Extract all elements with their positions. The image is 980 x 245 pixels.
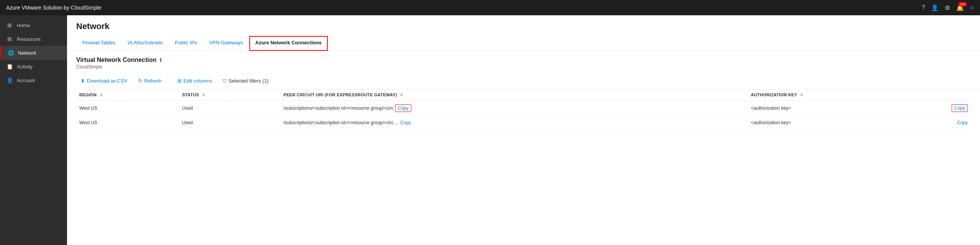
account-sidebar-icon: 👤 <box>6 77 13 83</box>
account-icon[interactable]: 👤 <box>931 4 939 11</box>
notification-badge: 152 <box>958 2 967 6</box>
filters-button[interactable]: ▽ Selected filters (1) <box>218 76 273 86</box>
refresh-button[interactable]: ↻ Refresh <box>134 76 167 86</box>
tab-firewall[interactable]: Firewall Tables <box>76 36 121 50</box>
uri-cell: /subscriptions/<subscription id>/<resour… <box>280 101 748 116</box>
toolbar: ⬇ Download as CSV ↻ Refresh ⊞ Edit colum… <box>67 73 980 89</box>
sidebar-item-resources[interactable]: ⊞ Resources <box>0 32 67 46</box>
edit-columns-button[interactable]: ⊞ Edit columns <box>173 76 216 86</box>
topbar: Azure VMware Solution by CloudSimple ? 👤… <box>0 0 980 15</box>
copy-auth-button-1[interactable]: Copy <box>952 104 968 112</box>
region-cell: West US <box>76 101 179 116</box>
uri-text: /subscriptions/<subscription id>/<resour… <box>283 120 399 125</box>
auth-cell: <authorization key> Copy <box>748 116 971 130</box>
filter-icon: ▽ <box>223 78 226 84</box>
edit-columns-icon: ⊞ <box>177 78 182 84</box>
sort-icon-auth[interactable]: ⇅ <box>800 93 803 97</box>
col-region: REGION ⇅ <box>76 89 179 101</box>
main-layout: ⊞ Home ⊞ Resources 🌐 Network 📋 Activity … <box>0 15 980 245</box>
sort-icon-status[interactable]: ⇅ <box>202 93 205 97</box>
download-icon: ⬇ <box>81 78 85 84</box>
activity-icon: 📋 <box>6 63 13 70</box>
refresh-icon: ↻ <box>138 78 142 84</box>
uri-cell: /subscriptions/<subscription id>/<resour… <box>280 116 748 130</box>
col-peer-circuit-uri: PEER CIRCUIT URI (FOR EXPRESSROUTE GATEW… <box>280 89 748 101</box>
auth-key-text: <authorization key> <box>751 105 791 111</box>
info-icon[interactable]: ℹ <box>160 57 162 63</box>
network-icon: 🌐 <box>7 50 14 56</box>
sidebar-item-home[interactable]: ⊞ Home <box>0 18 67 32</box>
sidebar-item-label: Network <box>18 50 36 56</box>
page-title: Network <box>76 21 971 31</box>
page-header: Network Firewall Tables VLANs/Subnets Pu… <box>67 15 980 50</box>
copy-auth-button-2[interactable]: Copy <box>957 120 968 125</box>
table-row: West US Used /subscriptions/<subscriptio… <box>76 101 971 116</box>
sidebar-item-network[interactable]: 🌐 Network <box>0 46 67 60</box>
download-csv-button[interactable]: ⬇ Download as CSV <box>76 76 132 86</box>
col-status: STATUS ⇅ <box>179 89 280 101</box>
user-icon[interactable]: ○ <box>970 4 974 11</box>
topbar-icons: ? 👤 ⚙ 🔔 152 ○ <box>921 4 974 11</box>
sub-header: Virtual Network Connection ℹ CloudSimple <box>67 50 980 73</box>
help-icon[interactable]: ? <box>921 4 925 11</box>
region-cell: West US <box>76 116 179 130</box>
sidebar-item-account[interactable]: 👤 Account <box>0 73 67 87</box>
notification-icon[interactable]: 🔔 152 <box>956 4 964 11</box>
auth-key-text: <authorization key> <box>751 120 791 125</box>
uri-text: /subscriptions/<subscription id>/<resour… <box>283 105 393 111</box>
auth-cell: <authorization key> Copy <box>748 101 971 116</box>
sort-icon-region[interactable]: ⇅ <box>100 93 103 97</box>
status-cell: Used <box>179 101 280 116</box>
content-area: Network Firewall Tables VLANs/Subnets Pu… <box>67 15 980 245</box>
tab-vpn[interactable]: VPN Gateways <box>203 36 249 50</box>
sort-icon-uri[interactable]: ⇅ <box>400 93 403 97</box>
sidebar-item-label: Activity <box>17 64 33 70</box>
tabs: Firewall Tables VLANs/Subnets Public IPs… <box>76 36 971 50</box>
toolbar-divider <box>169 77 170 85</box>
sub-title: Virtual Network Connection ℹ <box>76 57 971 63</box>
sidebar-item-activity[interactable]: 📋 Activity <box>0 60 67 73</box>
tab-publicips[interactable]: Public IPs <box>169 36 203 50</box>
sidebar-item-label: Home <box>17 23 30 28</box>
table-row: West US Used /subscriptions/<subscriptio… <box>76 116 971 130</box>
resources-icon: ⊞ <box>6 36 13 42</box>
sidebar-item-label: Resources <box>17 36 41 42</box>
settings-icon[interactable]: ⚙ <box>945 4 950 11</box>
copy-uri-button-2[interactable]: Copy <box>400 120 411 125</box>
connections-table: REGION ⇅ STATUS ⇅ PEER CIRCUIT URI (FOR … <box>76 89 971 130</box>
copy-uri-button-1[interactable]: Copy <box>395 104 411 112</box>
table-container: REGION ⇅ STATUS ⇅ PEER CIRCUIT URI (FOR … <box>67 89 980 130</box>
home-icon: ⊞ <box>6 22 13 28</box>
sub-company: CloudSimple <box>76 64 971 70</box>
status-cell: Used <box>179 116 280 130</box>
col-auth-key: AUTHORIZATION KEY ⇅ <box>748 89 971 101</box>
sidebar: ⊞ Home ⊞ Resources 🌐 Network 📋 Activity … <box>0 15 67 245</box>
tab-vlans[interactable]: VLANs/Subnets <box>121 36 169 50</box>
app-title: Azure VMware Solution by CloudSimple <box>6 5 101 11</box>
tab-azure[interactable]: Azure Network Connections <box>249 36 328 51</box>
sidebar-item-label: Account <box>17 78 35 83</box>
